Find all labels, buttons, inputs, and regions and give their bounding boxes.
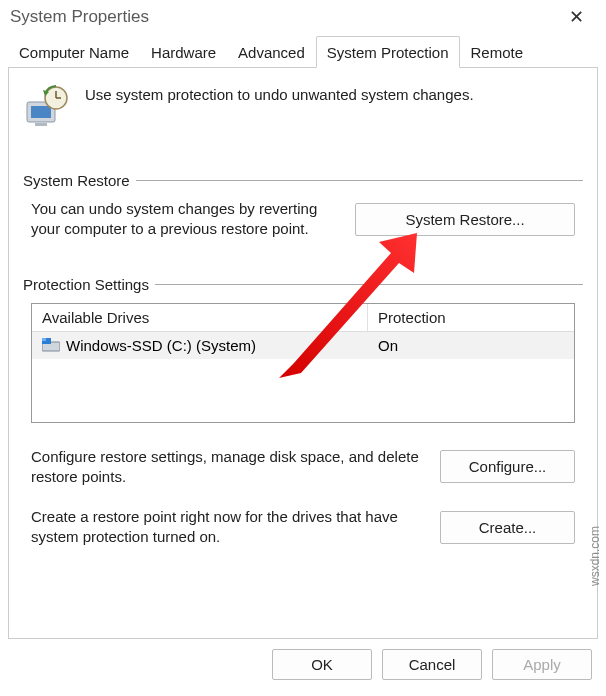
system-restore-button[interactable]: System Restore... [355,203,575,236]
tab-hardware[interactable]: Hardware [140,36,227,67]
restore-description: You can undo system changes by reverting… [31,199,339,240]
apply-button[interactable]: Apply [492,649,592,680]
protection-settings-legend: Protection Settings [23,276,155,293]
system-protection-icon [23,84,71,132]
tab-computer-name[interactable]: Computer Name [8,36,140,67]
svg-rect-10 [42,338,46,341]
titlebar: System Properties ✕ [0,0,606,36]
close-icon[interactable]: ✕ [556,6,596,28]
tab-panel: Use system protection to undo unwanted s… [8,67,598,639]
drive-protection-status: On [368,335,574,356]
table-header: Available Drives Protection [32,304,574,332]
intro-text: Use system protection to undo unwanted s… [85,84,474,103]
col-header-drives[interactable]: Available Drives [32,304,368,331]
intro-row: Use system protection to undo unwanted s… [23,84,583,132]
dialog-footer: OK Cancel Apply [0,639,606,690]
configure-description: Configure restore settings, manage disk … [31,447,424,488]
drives-table[interactable]: Available Drives Protection Windows-SSD … [31,303,575,423]
tab-remote[interactable]: Remote [460,36,535,67]
ok-button[interactable]: OK [272,649,372,680]
col-header-protection[interactable]: Protection [368,304,574,331]
window-title: System Properties [10,7,149,27]
system-restore-legend: System Restore [23,172,136,189]
drive-icon [42,338,60,352]
watermark: wsxdn.com [588,526,602,586]
tab-advanced[interactable]: Advanced [227,36,316,67]
cancel-button[interactable]: Cancel [382,649,482,680]
tabs-bar: Computer Name Hardware Advanced System P… [8,36,598,67]
table-row[interactable]: Windows-SSD (C:) (System) On [32,332,574,359]
create-button[interactable]: Create... [440,511,575,544]
tab-system-protection[interactable]: System Protection [316,36,460,68]
configure-button[interactable]: Configure... [440,450,575,483]
svg-rect-2 [35,123,47,126]
create-description: Create a restore point right now for the… [31,507,424,548]
svg-rect-1 [31,106,51,118]
drive-name: Windows-SSD (C:) (System) [66,337,256,354]
